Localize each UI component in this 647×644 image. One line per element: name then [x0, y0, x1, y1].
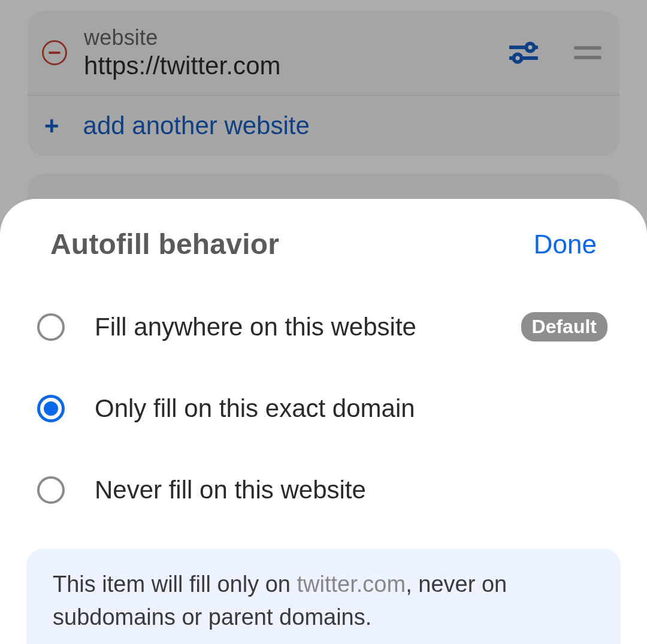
autofill-behavior-sheet: Autofill behavior Done Fill anywhere on …: [0, 199, 647, 644]
option-never-fill[interactable]: Never fill on this website: [37, 476, 607, 504]
option-label: Only fill on this exact domain: [95, 394, 607, 423]
radio-unselected-icon: [37, 313, 65, 341]
sheet-title: Autofill behavior: [50, 228, 279, 261]
default-badge: Default: [521, 312, 607, 341]
radio-unselected-icon: [37, 476, 65, 504]
info-message: This item will fill only on twitter.com,…: [26, 549, 621, 644]
sheet-header: Autofill behavior Done: [26, 228, 621, 261]
option-exact-domain[interactable]: Only fill on this exact domain: [37, 394, 607, 423]
option-label: Fill anywhere on this website: [95, 313, 491, 341]
option-label: Never fill on this website: [95, 476, 607, 504]
info-text-prefix: This item will fill only on: [53, 572, 297, 597]
done-button[interactable]: Done: [534, 229, 597, 259]
radio-selected-icon: [37, 395, 65, 422]
option-fill-anywhere[interactable]: Fill anywhere on this website Default: [37, 312, 607, 341]
autofill-options: Fill anywhere on this website Default On…: [26, 312, 621, 504]
info-domain: twitter.com: [297, 572, 406, 597]
